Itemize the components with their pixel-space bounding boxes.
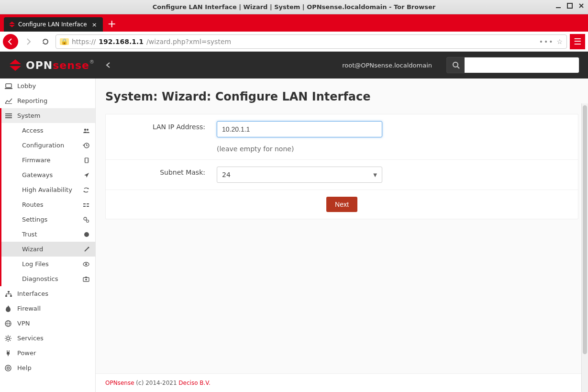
sidebar-item-label: Firewall xyxy=(17,305,89,312)
sidebar-item-system[interactable]: System xyxy=(0,108,95,123)
sidebar-item-interfaces[interactable]: Interfaces xyxy=(0,286,95,301)
plug-icon xyxy=(5,350,13,357)
svg-rect-27 xyxy=(83,203,86,204)
sidebar-sub-routes[interactable]: Routes xyxy=(0,197,95,212)
search-button[interactable] xyxy=(446,57,465,73)
user-label[interactable]: root@OPNsense.localdomain xyxy=(342,62,432,69)
subnet-select[interactable]: 24 ▼ xyxy=(217,167,382,183)
search-input[interactable] xyxy=(465,57,579,73)
sidebar-sub-settings[interactable]: Settings xyxy=(0,212,95,227)
svg-rect-39 xyxy=(85,277,87,278)
sidebar-item-label: Reporting xyxy=(17,97,89,104)
nav-forward-button[interactable] xyxy=(21,34,35,49)
footer-brand-link[interactable]: OPNsense xyxy=(105,380,134,386)
logo-text-a: OPN xyxy=(26,59,53,71)
sidebar-sub-label: Trust xyxy=(22,231,80,238)
svg-rect-10 xyxy=(5,88,12,89)
sidebar-sub-label: Wizard xyxy=(22,246,80,253)
svg-rect-28 xyxy=(87,203,89,204)
sidebar-sub-log-files[interactable]: Log Files xyxy=(0,257,95,271)
svg-rect-12 xyxy=(5,113,12,114)
users-icon xyxy=(83,128,89,134)
sidebar-item-label: Services xyxy=(17,335,89,342)
sidebar-sub-firmware[interactable]: Firmware xyxy=(0,153,95,168)
sidebar-item-help[interactable]: Help xyxy=(0,360,95,375)
page-title: System: Wizard: Configure LAN Interface xyxy=(105,90,578,103)
nav-reload-button[interactable] xyxy=(38,34,53,49)
next-button[interactable]: Next xyxy=(326,197,357,212)
svg-line-34 xyxy=(85,247,89,251)
sidebar-item-power[interactable]: Power xyxy=(0,346,95,360)
tab-close-button[interactable]: × xyxy=(91,21,98,28)
svg-point-35 xyxy=(88,246,89,248)
svg-rect-44 xyxy=(10,295,12,297)
svg-line-60 xyxy=(6,340,7,341)
svg-rect-13 xyxy=(5,115,12,116)
lan-ip-helper: (leave empty for none) xyxy=(217,145,572,153)
sidebar-item-label: System xyxy=(17,112,89,119)
certificate-icon xyxy=(84,232,89,237)
logo-mark-icon xyxy=(9,59,22,71)
sidebar-sub-label: Access xyxy=(22,127,79,134)
laptop-icon xyxy=(5,83,13,90)
footer-vendor-link[interactable]: Deciso B.V. xyxy=(178,380,211,386)
opnsense-logo[interactable]: OPNsense® xyxy=(9,59,95,71)
sidebar-sub-configuration[interactable]: Configuration xyxy=(0,138,95,153)
lan-ip-input[interactable] xyxy=(217,121,382,137)
footer: OPNsense (c) 2014-2021 Deciso B.V. xyxy=(96,373,588,392)
vertical-scrollbar[interactable] xyxy=(581,103,588,392)
life-ring-icon xyxy=(5,365,13,371)
lock-warning-icon: 🔒 xyxy=(60,38,69,45)
sidebar-sub-label: Configuration xyxy=(22,142,79,149)
sidebar-item-label: Power xyxy=(17,349,89,357)
browser-tab[interactable]: Configure LAN Interface × xyxy=(4,17,103,32)
nav-back-button[interactable] xyxy=(3,34,18,49)
svg-marker-5 xyxy=(9,25,15,27)
medkit-icon xyxy=(83,276,89,282)
sidebar-sub-gateways[interactable]: Gateways xyxy=(0,168,95,182)
sidebar-sub-high-availability[interactable]: High Availability xyxy=(0,182,95,197)
window-close-button[interactable] xyxy=(578,3,584,9)
browser-menu-button[interactable]: ☰ xyxy=(570,34,585,49)
sidebar-item-services[interactable]: Services xyxy=(0,331,95,346)
sidebar-sub-label: Diagnostics xyxy=(22,275,79,282)
svg-rect-61 xyxy=(7,352,10,355)
svg-marker-4 xyxy=(9,22,15,24)
sidebar-sub-access[interactable]: Access xyxy=(0,123,95,138)
svg-line-58 xyxy=(10,340,11,341)
svg-rect-11 xyxy=(5,103,12,104)
new-tab-button[interactable]: + xyxy=(103,18,121,32)
address-bar[interactable]: 🔒 https://192.168.1.1/wizard.php?xml=sys… xyxy=(55,34,567,49)
svg-rect-18 xyxy=(85,158,88,163)
svg-point-31 xyxy=(84,217,87,220)
svg-point-7 xyxy=(453,62,458,67)
window-minimize-button[interactable] xyxy=(555,3,561,9)
logo-registered-icon: ® xyxy=(89,59,95,65)
footer-mid: (c) 2014-2021 xyxy=(134,380,179,386)
wizard-panel: LAN IP Address: (leave empty for none) S… xyxy=(105,114,578,219)
eye-icon xyxy=(83,262,89,267)
app-header: OPNsense® root@OPNsense.localdomain xyxy=(0,52,588,78)
window-titlebar: Configure LAN Interface | Wizard | Syste… xyxy=(0,0,588,14)
svg-line-8 xyxy=(457,67,459,68)
sidebar-sub-trust[interactable]: Trust xyxy=(0,227,95,242)
url-protocol: https:// xyxy=(72,38,96,45)
sidebar-sub-wizard[interactable]: Wizard xyxy=(0,242,95,257)
sidebar-sub-diagnostics[interactable]: Diagnostics xyxy=(0,271,95,286)
sidebar-item-reporting[interactable]: Reporting xyxy=(0,93,95,108)
sidebar-sub-label: Log Files xyxy=(22,260,79,268)
sidebar-item-label: Lobby xyxy=(17,82,89,90)
list-icon xyxy=(5,112,13,119)
bookmark-star-icon[interactable]: ☆ xyxy=(556,38,563,45)
svg-rect-43 xyxy=(5,295,7,297)
subnet-value: 24 xyxy=(222,171,231,179)
sidebar-collapse-button[interactable] xyxy=(105,62,111,68)
button-row: Next xyxy=(106,190,578,219)
tab-title: Configure LAN Interface xyxy=(18,21,87,28)
sidebar-item-lobby[interactable]: Lobby xyxy=(0,78,95,93)
window-maximize-button[interactable] xyxy=(567,3,573,9)
sidebar-item-vpn[interactable]: VPN xyxy=(0,316,95,331)
svg-rect-9 xyxy=(6,84,11,88)
sidebar-item-firewall[interactable]: Firewall xyxy=(0,301,95,316)
page-actions-icon[interactable]: ••• xyxy=(539,38,554,45)
